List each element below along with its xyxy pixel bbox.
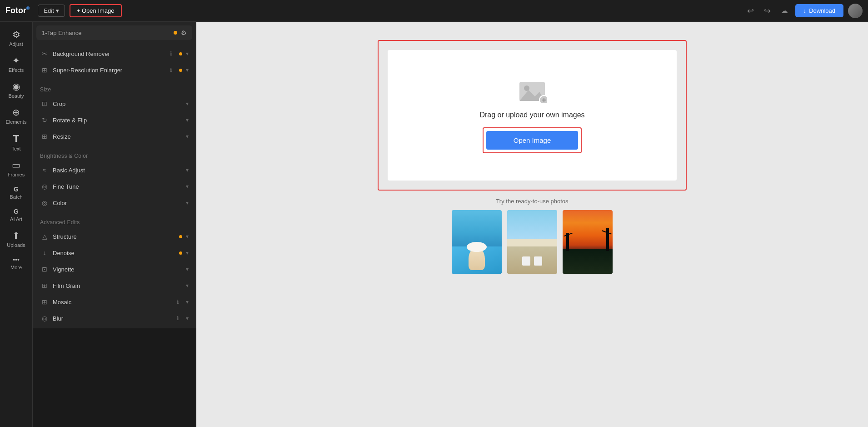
- open-image-topbar-button[interactable]: + Open Image: [70, 4, 122, 17]
- sidebar-item-label-ai-art: AI Art: [10, 216, 22, 222]
- size-section-title: Size: [33, 82, 196, 95]
- side-panel-wrapper: 1-Tap Enhance ⚙ ✂ Background Remover ℹ ▾…: [33, 22, 196, 427]
- panel-item-resize[interactable]: ⊞ Resize ▾: [33, 128, 196, 145]
- sample-photo-beach[interactable]: [507, 210, 557, 274]
- denoise-chevron-icon: ▾: [186, 250, 189, 256]
- super-resolution-info-icon: ℹ: [166, 67, 175, 73]
- vignette-icon: ⊡: [40, 266, 49, 273]
- beauty-icon: ◉: [12, 81, 20, 92]
- panel-item-film-grain[interactable]: ⊞ Film Grain ▾: [33, 277, 196, 294]
- mosaic-icon: ⊞: [40, 298, 49, 306]
- panel-item-blur[interactable]: ◎ Blur ℹ ▾: [33, 310, 196, 327]
- svg-text:+: +: [542, 96, 546, 103]
- mosaic-label: Mosaic: [53, 299, 170, 306]
- topbar: Fotor® Edit ▾ + Open Image ↩ ↪ ☁ ↓ Downl…: [0, 0, 868, 22]
- denoise-label: Denoise: [53, 250, 175, 256]
- fine-tune-label: Fine Tune: [53, 183, 182, 190]
- film-grain-chevron-icon: ▾: [186, 282, 189, 289]
- film-grain-label: Film Grain: [53, 282, 182, 289]
- open-image-main-label: Open Image: [514, 136, 551, 144]
- sample-photo-pool[interactable]: [452, 210, 502, 274]
- avatar-image: [848, 4, 863, 18]
- sample-photo-sunset[interactable]: [563, 210, 613, 274]
- upload-box: + Drag or upload your own images Open Im…: [388, 50, 677, 181]
- sidebar-item-label-adjust: Adjust: [9, 41, 23, 47]
- sidebar-item-beauty[interactable]: ◉ Beauty: [2, 77, 31, 102]
- panel-item-crop[interactable]: ⊡ Crop ▾: [33, 95, 196, 112]
- structure-chevron-icon: ▾: [186, 233, 189, 240]
- enhance-settings-icon: ⚙: [181, 29, 187, 36]
- color-chevron-icon: ▾: [186, 200, 189, 206]
- sidebar-item-effects[interactable]: ✦ Effects: [2, 51, 31, 76]
- background-remover-info-icon: ℹ: [166, 50, 175, 57]
- rotate-flip-icon: ↻: [40, 116, 49, 124]
- mosaic-info-icon: ℹ: [173, 299, 182, 305]
- open-image-inner-wrap: Open Image: [483, 127, 582, 153]
- sample-photos: [452, 210, 613, 274]
- denoise-dot: [179, 251, 182, 255]
- crop-label: Crop: [53, 100, 182, 107]
- open-image-main-button[interactable]: Open Image: [486, 131, 579, 150]
- logo: Fotor®: [5, 6, 30, 15]
- sidebar-item-uploads[interactable]: ⬆ Uploads: [2, 226, 31, 251]
- sidebar-item-label-uploads: Uploads: [7, 242, 25, 248]
- undo-button[interactable]: ↩: [744, 4, 757, 18]
- enhance-bar[interactable]: 1-Tap Enhance ⚙: [36, 25, 192, 40]
- rotate-flip-label: Rotate & Flip: [53, 117, 182, 124]
- basic-adjust-label: Basic Adjust: [53, 167, 182, 174]
- sidebar-item-batch[interactable]: G Batch: [2, 182, 31, 203]
- panel-section-advanced: Advanced Edits △ Structure ▾ ↓ Denoise ▾…: [33, 213, 196, 328]
- sidebar-item-label-elements: Elements: [6, 119, 27, 125]
- download-button[interactable]: ↓ Download: [795, 4, 843, 17]
- panel-item-background-remover[interactable]: ✂ Background Remover ℹ ▾: [33, 45, 196, 62]
- panel-item-fine-tune[interactable]: ◎ Fine Tune ▾: [33, 178, 196, 195]
- edit-button[interactable]: Edit ▾: [38, 5, 65, 17]
- panel-item-color[interactable]: ◎ Color ▾: [33, 195, 196, 211]
- background-remover-dot: [179, 52, 182, 55]
- sidebar-item-frames[interactable]: ▭ Frames: [2, 156, 31, 181]
- enhance-text: 1-Tap Enhance: [42, 30, 170, 36]
- color-icon: ◎: [40, 199, 49, 206]
- frames-icon: ▭: [12, 160, 20, 171]
- fine-tune-icon: ◎: [40, 183, 49, 190]
- panel-item-vignette[interactable]: ⊡ Vignette ▾: [33, 261, 196, 277]
- panel-item-basic-adjust[interactable]: ≈ Basic Adjust ▾: [33, 162, 196, 178]
- edit-label: Edit: [44, 7, 54, 14]
- panel-section-size: Size ⊡ Crop ▾ ↻ Rotate & Flip ▾ ⊞ Resize…: [33, 80, 196, 146]
- sidebar-item-elements[interactable]: ⊕ Elements: [2, 103, 31, 128]
- blur-chevron-icon: ▾: [186, 315, 189, 322]
- sidebar-item-label-frames: Frames: [8, 172, 25, 177]
- resize-icon: ⊞: [40, 133, 49, 140]
- avatar[interactable]: [848, 4, 863, 18]
- sidebar-item-label-more: More: [10, 265, 22, 270]
- panel-item-denoise[interactable]: ↓ Denoise ▾: [33, 245, 196, 261]
- basic-adjust-chevron-icon: ▾: [186, 167, 189, 173]
- super-resolution-label: Super-Resolution Enlarger: [53, 67, 163, 74]
- uploads-icon: ⬆: [12, 230, 20, 241]
- sidebar-item-more[interactable]: ••• More: [2, 252, 31, 274]
- panel-item-rotate-flip[interactable]: ↻ Rotate & Flip ▾: [33, 112, 196, 128]
- sidebar-item-ai-art[interactable]: G AI Art: [2, 204, 31, 226]
- enhance-dot: [174, 31, 177, 35]
- panel-item-mosaic[interactable]: ⊞ Mosaic ℹ ▾: [33, 294, 196, 310]
- text-icon: T: [13, 133, 19, 145]
- rotate-flip-chevron-icon: ▾: [186, 117, 189, 123]
- sidebar-item-text[interactable]: T Text: [2, 129, 31, 155]
- main-area: ⚙ Adjust ✦ Effects ◉ Beauty ⊕ Elements T…: [0, 22, 868, 427]
- sidebar-item-label-text: Text: [11, 146, 20, 151]
- panel-item-structure[interactable]: △ Structure ▾: [33, 228, 196, 245]
- blur-label: Blur: [53, 315, 170, 322]
- mosaic-chevron-icon: ▾: [186, 299, 189, 305]
- icon-nav: ⚙ Adjust ✦ Effects ◉ Beauty ⊕ Elements T…: [0, 22, 33, 427]
- vignette-label: Vignette: [53, 266, 182, 273]
- edit-chevron-icon: ▾: [56, 7, 59, 14]
- panel-section-ai-tools: ✂ Background Remover ℹ ▾ ⊞ Super-Resolut…: [33, 44, 196, 80]
- background-remover-icon: ✂: [40, 50, 49, 57]
- sidebar-item-adjust[interactable]: ⚙ Adjust: [2, 25, 31, 50]
- crop-icon: ⊡: [40, 100, 49, 107]
- panel-item-super-resolution[interactable]: ⊞ Super-Resolution Enlarger ℹ ▾: [33, 62, 196, 78]
- cloud-button[interactable]: ☁: [778, 5, 791, 17]
- super-resolution-chevron-icon: ▾: [186, 67, 189, 73]
- batch-icon: G: [14, 186, 19, 193]
- redo-button[interactable]: ↪: [761, 4, 773, 18]
